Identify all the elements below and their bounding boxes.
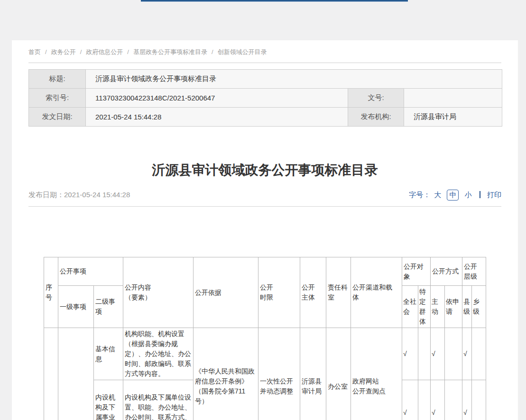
info-agency-value: 沂源县审计局 bbox=[404, 108, 502, 127]
content-card: 首页/政务公开/政府信息公开/基层政务公开事项标准目录/创新领域公开目录 标题:… bbox=[12, 40, 518, 420]
print-button[interactable]: 打印 bbox=[487, 191, 501, 199]
breadcrumb-separator: / bbox=[212, 48, 213, 55]
cell-yiji bbox=[58, 328, 94, 420]
font-size-medium-button[interactable]: 中 bbox=[447, 190, 459, 201]
breadcrumb-standard-catalog[interactable]: 基层政务公开事项标准目录 bbox=[133, 48, 207, 55]
header-gongkai-shixiang: 公开事项 bbox=[58, 257, 123, 286]
header-yishenqing: 依申 请 bbox=[445, 286, 462, 328]
header-shixian: 公开 时限 bbox=[258, 257, 300, 328]
breadcrumb-innovation-catalog[interactable]: 创新领域公开目录 bbox=[218, 48, 267, 55]
header-cengji: 公开 层级 bbox=[462, 257, 486, 286]
catalog-table-container: 序 号 公开事项 公开内容 （要素） 公开依据 公开 时限 公开 主体 责任科 … bbox=[28, 257, 501, 420]
cell-zhudong-check-2: √ bbox=[431, 380, 445, 420]
header-qudao: 公开渠道和载 体 bbox=[351, 257, 402, 328]
cell-quanshehui-check-1: √ bbox=[402, 328, 418, 380]
cell-xiangji-2 bbox=[472, 380, 486, 420]
info-title-value: 沂源县审计领域政务公开事项标准目录 bbox=[86, 70, 502, 89]
meta-separator-bar bbox=[480, 191, 480, 198]
page-title: 沂源县审计领域政务公开事项标准目录 bbox=[28, 161, 501, 179]
info-title-label: 标题: bbox=[29, 70, 86, 89]
cell-qudao: 政府网站 公开查阅点 bbox=[351, 328, 402, 420]
header-zhudong: 主 动 bbox=[431, 286, 445, 328]
breadcrumb-separator: / bbox=[127, 48, 129, 55]
publish-date-label: 发布日期： bbox=[28, 191, 64, 199]
cell-xianji-check-1: √ bbox=[462, 328, 472, 380]
header-keshi: 责任科 室 bbox=[326, 257, 351, 328]
header-fangshi: 公开方式 bbox=[431, 257, 462, 286]
breadcrumb-home[interactable]: 首页 bbox=[28, 48, 41, 55]
cell-shixian: 一次性公开并动态调整 bbox=[258, 328, 300, 420]
font-size-controls: 字号： 大 中 小 打印 bbox=[409, 190, 501, 201]
header-xuhao: 序 号 bbox=[44, 257, 58, 328]
document-info-table: 标题: 沂源县审计领域政务公开事项标准目录 索引号: 1137032300422… bbox=[28, 69, 502, 127]
cell-xiangji-1 bbox=[472, 328, 486, 380]
breadcrumb-separator: / bbox=[80, 48, 82, 55]
breadcrumb-divider bbox=[28, 63, 501, 63]
cell-xianji-check-2: √ bbox=[462, 380, 472, 420]
catalog-header-row-1: 序 号 公开事项 公开内容 （要素） 公开依据 公开 时限 公开 主体 责任科 … bbox=[44, 257, 486, 286]
cell-teding-1 bbox=[418, 328, 431, 380]
info-date-value: 2021-05-24 15:44:28 bbox=[86, 108, 348, 127]
cell-neirong-1: 机构职能、机构设置（根据县委编办规定）、办公地址、办公时间、邮政编码、联系方式等… bbox=[123, 328, 194, 380]
cell-yiju: 《中华人民共和国政府信息公开条例》（国务院令第711号） bbox=[194, 328, 258, 420]
article-meta-divider bbox=[28, 206, 501, 207]
cell-teding-2 bbox=[418, 380, 431, 420]
header-xiangji: 乡 级 bbox=[472, 286, 486, 328]
header-quanshehui: 全社 会 bbox=[402, 286, 418, 328]
cell-xuhao bbox=[44, 328, 58, 420]
cell-yishenqing-1 bbox=[445, 328, 462, 380]
header-yiji: 一级事项 bbox=[58, 286, 94, 328]
catalog-row-basic-info: 基本信 息 机构职能、机构设置（根据县委编办规定）、办公地址、办公时间、邮政编码… bbox=[44, 328, 486, 380]
header-duixiang: 公开对 象 bbox=[402, 257, 431, 286]
cell-yishenqing-2 bbox=[445, 380, 462, 420]
cell-neirong-2: 内设机构及下属单位设置、职能、办公地址、办公时间、联系方式、负责人姓名等内容。 bbox=[123, 380, 194, 420]
info-row-title: 标题: 沂源县审计领域政务公开事项标准目录 bbox=[29, 70, 502, 89]
info-row-index: 索引号: 11370323004223148C/2021-5200647 文号: bbox=[29, 89, 502, 108]
cell-keshi: 办公室 bbox=[326, 328, 351, 420]
info-docno-label: 文号: bbox=[348, 89, 404, 108]
cell-erji-1: 基本信 息 bbox=[94, 328, 123, 380]
cell-quanshehui-check-2: √ bbox=[402, 380, 418, 420]
header-xianji: 县 级 bbox=[462, 286, 472, 328]
header-neirong: 公开内容 （要素） bbox=[123, 257, 194, 328]
font-size-small-button[interactable]: 小 bbox=[465, 191, 472, 199]
breadcrumb-zhengwu[interactable]: 政务公开 bbox=[51, 48, 76, 55]
header-zhuti: 公开 主体 bbox=[300, 257, 326, 328]
info-date-label: 发文日期: bbox=[29, 108, 86, 127]
info-docno-value bbox=[404, 89, 502, 108]
breadcrumb-separator: / bbox=[45, 48, 47, 55]
breadcrumb: 首页/政务公开/政府信息公开/基层政务公开事项标准目录/创新领域公开目录 bbox=[28, 40, 501, 56]
cell-zhudong-check-1: √ bbox=[431, 328, 445, 380]
info-agency-label: 发布机构: bbox=[348, 108, 404, 127]
font-size-label: 字号： bbox=[409, 191, 430, 199]
top-nav-bar-remnant bbox=[141, 0, 408, 2]
publish-date-value: 2021-05-24 15:44:28 bbox=[64, 191, 130, 199]
cell-erji-2: 内设机构及下属事业单位 bbox=[94, 380, 123, 420]
info-index-label: 索引号: bbox=[29, 89, 86, 108]
disclosure-catalog-table: 序 号 公开事项 公开内容 （要素） 公开依据 公开 时限 公开 主体 责任科 … bbox=[44, 257, 486, 420]
article-meta-row: 发布日期：2021-05-24 15:44:28 字号： 大 中 小 打印 bbox=[28, 190, 501, 201]
info-row-date: 发文日期: 2021-05-24 15:44:28 发布机构: 沂源县审计局 bbox=[29, 108, 502, 127]
font-size-large-button[interactable]: 大 bbox=[434, 191, 441, 199]
publish-date: 发布日期：2021-05-24 15:44:28 bbox=[28, 191, 130, 200]
header-teding: 特 定 群 体 bbox=[418, 286, 431, 328]
header-yiju: 公开依据 bbox=[194, 257, 258, 328]
breadcrumb-info-disclosure[interactable]: 政府信息公开 bbox=[86, 48, 123, 55]
info-index-value: 11370323004223148C/2021-5200647 bbox=[86, 89, 348, 108]
cell-zhuti: 沂源县审计局 bbox=[300, 328, 326, 420]
header-erji: 二级事 项 bbox=[94, 286, 123, 328]
